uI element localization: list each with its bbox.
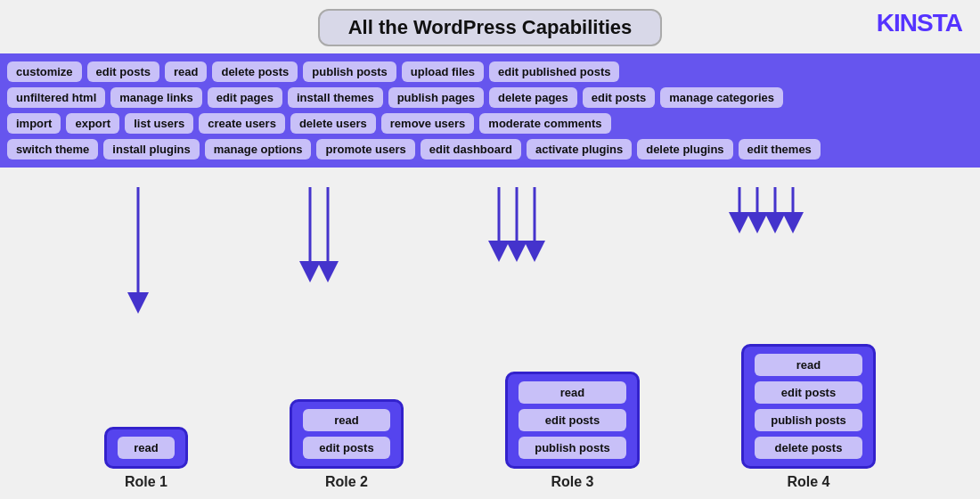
cap-create-users: create users — [199, 113, 285, 134]
page-title: All the WordPress Capabilities — [318, 9, 663, 46]
role4-cap-read: read — [755, 354, 862, 376]
cap-row-2: unfiltered html manage links edit pages … — [4, 85, 976, 110]
cap-delete-pages: delete pages — [489, 87, 577, 108]
cap-unfiltered-html: unfiltered html — [7, 87, 105, 108]
role3-column: read edit posts publish posts Role 3 — [505, 372, 640, 490]
cap-row-4: switch theme install plugins manage opti… — [4, 136, 976, 162]
role2-box: read edit posts — [290, 399, 403, 469]
cap-delete-posts: delete posts — [212, 61, 298, 82]
cap-row-3: import export list users create users de… — [4, 110, 976, 136]
role2-cap-read: read — [303, 409, 389, 431]
cap-install-plugins: install plugins — [103, 139, 199, 160]
role1-box: read — [104, 427, 187, 469]
role4-box: read edit posts publish posts delete pos… — [741, 344, 876, 469]
cap-manage-options: manage options — [205, 139, 312, 160]
cap-row-1: customize edit posts read delete posts p… — [4, 59, 976, 85]
cap-export: export — [66, 113, 119, 134]
cap-delete-plugins: delete plugins — [637, 139, 732, 160]
cap-activate-plugins: activate plugins — [527, 139, 632, 160]
role3-cap-edit-posts: edit posts — [519, 409, 626, 431]
role4-cap-edit-posts: edit posts — [755, 381, 862, 404]
role2-column: read edit posts Role 2 — [290, 399, 403, 490]
cap-edit-published: edit published posts — [489, 61, 619, 82]
header: All the WordPress Capabilities KINSTA — [0, 0, 980, 53]
kinsta-logo: KINSTA — [877, 9, 962, 37]
cap-edit-posts-1: edit posts — [87, 61, 159, 82]
cap-import: import — [7, 113, 61, 134]
role3-cap-publish-posts: publish posts — [519, 437, 626, 459]
role1-column: read Role 1 — [104, 427, 187, 490]
arrows-svg — [0, 187, 980, 330]
cap-delete-users: delete users — [290, 113, 376, 134]
cap-list-users: list users — [125, 113, 193, 134]
cap-promote-users: promote users — [316, 139, 414, 160]
cap-remove-users: remove users — [381, 113, 475, 134]
cap-moderate-comments: moderate comments — [479, 113, 610, 134]
cap-edit-pages: edit pages — [208, 87, 282, 108]
cap-customize: customize — [7, 61, 82, 82]
cap-edit-posts-2: edit posts — [583, 87, 655, 108]
role4-column: read edit posts publish posts delete pos… — [741, 344, 876, 490]
role3-box: read edit posts publish posts — [505, 372, 640, 469]
roles-section: read Role 1 read edit posts Role 2 read … — [0, 344, 980, 499]
cap-upload-files: upload files — [402, 61, 484, 82]
role2-cap-edit-posts: edit posts — [303, 437, 389, 459]
role3-label: Role 3 — [551, 474, 593, 490]
cap-publish-pages: publish pages — [388, 87, 484, 108]
role1-cap-read: read — [118, 437, 174, 459]
cap-publish-posts: publish posts — [303, 61, 396, 82]
cap-install-themes: install themes — [288, 87, 383, 108]
capabilities-section: customize edit posts read delete posts p… — [0, 53, 980, 168]
cap-manage-links: manage links — [110, 87, 201, 108]
cap-edit-dashboard: edit dashboard — [421, 139, 521, 160]
cap-switch-theme: switch theme — [7, 139, 98, 160]
role2-label: Role 2 — [325, 474, 368, 490]
role4-cap-delete-posts: delete posts — [755, 437, 862, 459]
arrows-area — [0, 187, 980, 330]
cap-edit-themes: edit themes — [739, 139, 821, 160]
cap-read-1: read — [165, 61, 207, 82]
role4-label: Role 4 — [787, 474, 829, 490]
role3-cap-read: read — [519, 381, 626, 404]
cap-manage-cats: manage categories — [660, 87, 783, 108]
role4-cap-publish-posts: publish posts — [755, 409, 862, 431]
role1-label: Role 1 — [125, 474, 167, 490]
